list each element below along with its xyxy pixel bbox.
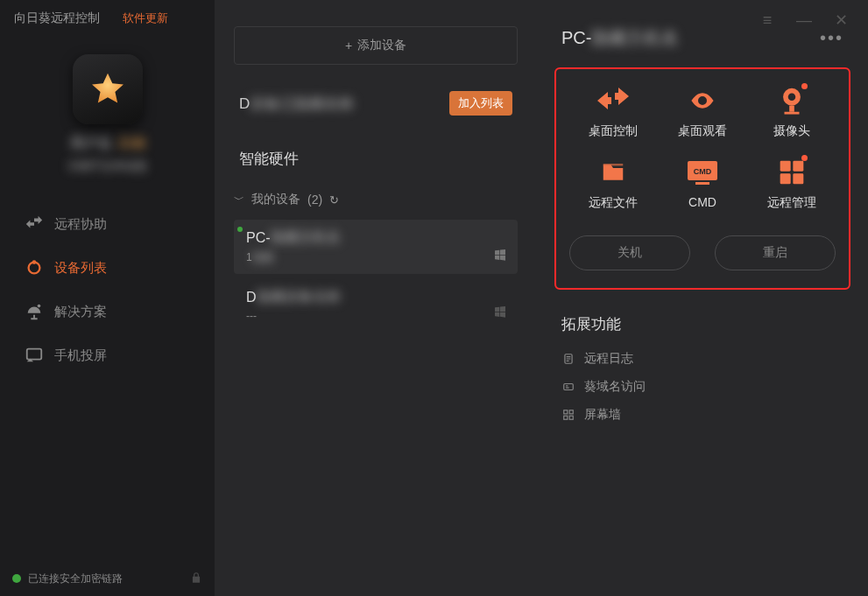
- eye-icon: [681, 87, 723, 115]
- wall-icon: [561, 408, 575, 422]
- ext-remote-log[interactable]: 远程日志: [561, 345, 843, 373]
- window-controls: ≡ — ✕: [740, 0, 868, 40]
- sidebar-item-label: 设备列表: [54, 260, 107, 277]
- svg-rect-21: [564, 416, 568, 419]
- action-grid: 桌面控制 桌面观看 摄像头 远程文件: [568, 87, 836, 211]
- device-list-panel: ≡ — ✕ + 添加设备 D设备已隐藏名称 加入列表 智能硬件 ﹀ 我的设备 (…: [215, 0, 537, 596]
- detail-title-prefix: PC-: [561, 28, 591, 47]
- svg-rect-13: [780, 161, 791, 172]
- action-highlight-box: 桌面控制 桌面观看 摄像头 远程文件: [554, 67, 850, 290]
- badge-dot-icon: [801, 155, 808, 161]
- badge-dot-icon: [801, 83, 808, 89]
- app-title: 向日葵远程控制: [14, 11, 100, 26]
- svg-rect-15: [780, 173, 791, 184]
- svg-point-2: [38, 305, 41, 308]
- profile-name-redacted: 用户名: [70, 135, 112, 153]
- unlisted-prefix: D: [239, 95, 250, 112]
- profile-name-suffix-redacted: 示例: [117, 135, 145, 153]
- ext-label: 葵域名访问: [584, 379, 646, 395]
- sidebar-item-remote-assist[interactable]: 远程协助: [0, 202, 215, 246]
- sidebar-item-label: 远程协助: [54, 216, 107, 233]
- action-cmd[interactable]: CMD CMD: [658, 158, 747, 211]
- status-dot-icon: [12, 574, 21, 583]
- sidebar-item-solutions[interactable]: 解决方案: [0, 290, 215, 333]
- svg-rect-16: [793, 173, 803, 184]
- close-icon[interactable]: ✕: [833, 12, 849, 28]
- titlebar: 向日葵远程控制 软件更新: [0, 0, 215, 37]
- ext-label: 远程日志: [584, 351, 633, 367]
- add-device-button[interactable]: + 添加设备: [234, 26, 518, 65]
- status-text: 已连接安全加密链路: [28, 571, 123, 586]
- action-remote-manage[interactable]: 远程管理: [747, 158, 836, 211]
- doc-icon: [561, 352, 575, 366]
- action-label: CMD: [688, 195, 716, 209]
- windows-icon: [493, 248, 507, 265]
- svg-rect-19: [564, 410, 568, 414]
- windows-icon: [493, 305, 507, 322]
- lock-icon[interactable]: [190, 571, 202, 586]
- arrows-icon: [25, 214, 44, 234]
- smart-hardware-title: 智能硬件: [234, 133, 518, 186]
- action-label: 摄像头: [773, 123, 810, 139]
- status-bar: 已连接安全加密链路: [0, 561, 215, 596]
- profile-subline-redacted: 示例子文本信息: [67, 158, 147, 174]
- unlisted-device-row[interactable]: D设备已隐藏名称 加入列表: [234, 74, 518, 133]
- add-device-label: 添加设备: [357, 38, 406, 53]
- cmd-icon: CMD: [681, 158, 723, 186]
- menu-icon[interactable]: ≡: [759, 12, 775, 28]
- svg-rect-12: [695, 182, 709, 185]
- online-dot-icon: [237, 227, 243, 232]
- sidebar-nav: 远程协助 设备列表 解决方案 手机投屏: [0, 202, 215, 377]
- sidebar-item-label: 手机投屏: [54, 347, 107, 364]
- sidebar-item-phone-cast[interactable]: 手机投屏: [0, 333, 215, 377]
- device-item[interactable]: PC-隐藏主机名 1隐藏: [234, 220, 518, 274]
- device-group-header[interactable]: ﹀ 我的设备 (2) ↻: [234, 186, 518, 220]
- arrow-lr-icon: [592, 87, 634, 115]
- svg-rect-20: [569, 410, 573, 414]
- svg-rect-7: [789, 106, 794, 112]
- action-remote-file[interactable]: 远程文件: [568, 158, 658, 211]
- detail-panel: PC-隐藏主机名 ••• 桌面控制 桌面观看: [537, 0, 868, 596]
- power-row: 关机 重启: [568, 235, 836, 270]
- ext-domain-access[interactable]: 葵域名访问: [561, 373, 843, 401]
- action-camera[interactable]: 摄像头: [747, 87, 836, 139]
- join-list-button[interactable]: 加入列表: [449, 91, 512, 116]
- dish-icon: [25, 302, 44, 321]
- svg-rect-3: [27, 349, 42, 360]
- svg-point-6: [788, 94, 796, 102]
- profile-block: 用户名 示例 示例子文本信息: [0, 37, 215, 183]
- svg-text:CMD: CMD: [694, 167, 712, 176]
- extension-section: 拓展功能 远程日志 葵域名访问 屏幕墙: [537, 305, 868, 438]
- grid-icon: [771, 158, 813, 186]
- plus-icon: +: [345, 39, 352, 53]
- ext-label: 屏幕墙: [584, 407, 621, 423]
- device-name-redacted: 隐藏主机名: [271, 228, 341, 247]
- action-label: 远程管理: [767, 195, 816, 211]
- profile-text: 用户名 示例 示例子文本信息: [67, 135, 147, 174]
- cast-icon: [25, 346, 44, 365]
- action-desktop-view[interactable]: 桌面观看: [658, 87, 747, 139]
- ext-screen-wall[interactable]: 屏幕墙: [561, 401, 843, 429]
- shutdown-button[interactable]: 关机: [569, 235, 690, 270]
- sidebar-item-label: 解决方案: [54, 304, 107, 320]
- minimize-icon[interactable]: —: [796, 12, 812, 28]
- restart-button[interactable]: 重启: [715, 235, 836, 270]
- svg-rect-18: [564, 384, 574, 390]
- chevron-down-icon: ﹀: [234, 193, 244, 207]
- device-sub-redacted: 隐藏: [252, 251, 273, 263]
- sidebar-item-device-list[interactable]: 设备列表: [0, 246, 215, 290]
- action-desktop-control[interactable]: 桌面控制: [568, 87, 658, 139]
- avatar[interactable]: [73, 54, 143, 124]
- action-label: 桌面观看: [678, 123, 727, 139]
- action-label: 桌面控制: [589, 123, 638, 139]
- unlisted-name-redacted: 设备已隐藏名称: [250, 95, 354, 112]
- id-icon: [561, 380, 575, 394]
- device-name-prefix: PC-: [246, 230, 271, 246]
- software-update-link[interactable]: 软件更新: [123, 11, 168, 26]
- svg-rect-9: [603, 164, 624, 166]
- detail-title-redacted: 隐藏主机名: [591, 28, 679, 47]
- device-item[interactable]: D隐藏设备名称 ---: [234, 279, 518, 331]
- svg-point-1: [32, 260, 37, 264]
- group-count: (2): [307, 193, 322, 207]
- refresh-icon[interactable]: ↻: [329, 193, 339, 207]
